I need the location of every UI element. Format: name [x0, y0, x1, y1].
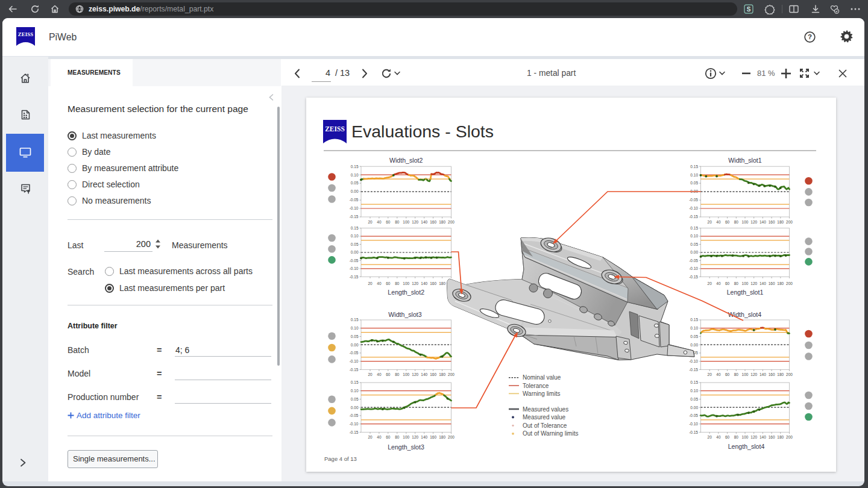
- svg-text:Length_slot4: Length_slot4: [728, 443, 765, 450]
- svg-text:40: 40: [377, 281, 382, 286]
- svg-text:160: 160: [430, 281, 436, 286]
- svg-text:-0.10: -0.10: [350, 359, 359, 363]
- svg-text:200: 200: [786, 372, 793, 377]
- svg-text:0.05: 0.05: [351, 334, 359, 339]
- svg-text:20: 20: [368, 372, 373, 377]
- svg-text:200: 200: [448, 372, 454, 377]
- svg-text:180: 180: [439, 435, 445, 439]
- svg-text:200: 200: [448, 220, 454, 224]
- svg-text:140: 140: [421, 372, 427, 377]
- svg-text:100: 100: [403, 435, 409, 439]
- svg-text:0.10: 0.10: [690, 326, 698, 330]
- svg-text:100: 100: [742, 220, 749, 224]
- svg-text:Tolerance: Tolerance: [523, 383, 549, 389]
- svg-text:200: 200: [786, 220, 793, 224]
- svg-text:80: 80: [395, 281, 400, 286]
- svg-text:S: S: [747, 6, 751, 13]
- svg-text:180: 180: [439, 281, 445, 286]
- svg-text:20: 20: [368, 220, 373, 224]
- svg-text:Measured values: Measured values: [523, 406, 568, 413]
- svg-text:Page 4 of 13: Page 4 of 13: [324, 455, 357, 462]
- svg-text:20: 20: [708, 281, 712, 286]
- svg-text:0.05: 0.05: [690, 242, 698, 246]
- svg-text:-0.15: -0.15: [689, 214, 698, 219]
- svg-text:60: 60: [386, 372, 391, 377]
- svg-text:0.00: 0.00: [351, 343, 359, 347]
- svg-text:0.15: 0.15: [690, 226, 698, 230]
- svg-text:100: 100: [742, 435, 749, 439]
- svg-text:Measured value: Measured value: [523, 414, 566, 421]
- svg-text:0.15: 0.15: [351, 164, 359, 169]
- svg-text:0.15: 0.15: [690, 318, 698, 322]
- svg-text:20: 20: [708, 372, 712, 377]
- svg-text:40: 40: [716, 372, 721, 377]
- svg-text:0.00: 0.00: [351, 189, 359, 193]
- svg-text:100: 100: [403, 372, 409, 377]
- svg-text:120: 120: [750, 435, 757, 439]
- svg-text:Nominal value: Nominal value: [523, 374, 561, 381]
- svg-text:160: 160: [769, 372, 775, 377]
- svg-text:-0.10: -0.10: [350, 266, 359, 271]
- svg-text:180: 180: [777, 220, 784, 224]
- svg-text:140: 140: [760, 281, 766, 286]
- svg-text:40: 40: [377, 372, 382, 377]
- svg-text:180: 180: [777, 281, 784, 286]
- svg-text:20: 20: [368, 281, 373, 286]
- svg-text:40: 40: [377, 220, 382, 224]
- svg-text:Length_slot2: Length_slot2: [388, 289, 424, 296]
- svg-text:80: 80: [395, 372, 400, 377]
- svg-text:40: 40: [377, 435, 382, 439]
- svg-text:0.15: 0.15: [690, 164, 698, 169]
- svg-text:0.00: 0.00: [351, 405, 359, 410]
- svg-text:80: 80: [734, 281, 739, 286]
- svg-text:0.05: 0.05: [690, 334, 698, 339]
- svg-text:Evaluations - Slots: Evaluations - Slots: [351, 122, 494, 141]
- svg-text:60: 60: [725, 435, 730, 439]
- svg-text:ZEISS: ZEISS: [18, 31, 34, 37]
- svg-text:20: 20: [708, 220, 712, 224]
- svg-text:180: 180: [777, 372, 784, 377]
- svg-text:80: 80: [734, 372, 739, 377]
- svg-text:0.05: 0.05: [351, 397, 359, 401]
- svg-text:-0.05: -0.05: [689, 198, 698, 202]
- svg-text:60: 60: [386, 435, 391, 439]
- svg-text:-0.10: -0.10: [350, 422, 359, 426]
- svg-text:120: 120: [750, 372, 757, 377]
- svg-text:140: 140: [760, 435, 766, 439]
- svg-text:0.15: 0.15: [351, 380, 359, 384]
- svg-text:80: 80: [734, 220, 739, 224]
- svg-text:60: 60: [386, 281, 391, 286]
- svg-text:-0.15: -0.15: [689, 275, 698, 279]
- svg-text:20: 20: [368, 435, 373, 439]
- svg-text:-0.15: -0.15: [689, 368, 698, 372]
- svg-text:200: 200: [786, 281, 793, 286]
- svg-text:200: 200: [448, 435, 454, 439]
- svg-text:ZEISS: ZEISS: [325, 125, 345, 133]
- svg-text:0.10: 0.10: [690, 389, 698, 393]
- svg-text:0.15: 0.15: [351, 226, 359, 230]
- svg-text:160: 160: [430, 435, 436, 439]
- svg-text:100: 100: [742, 281, 749, 286]
- svg-text:0.00: 0.00: [690, 250, 698, 254]
- svg-text:-0.10: -0.10: [689, 359, 698, 363]
- svg-text:Width_slot3: Width_slot3: [388, 311, 421, 318]
- svg-text:0.05: 0.05: [690, 181, 698, 185]
- svg-text:200: 200: [786, 435, 793, 439]
- svg-text:0.10: 0.10: [351, 234, 359, 238]
- svg-text:120: 120: [412, 435, 418, 439]
- svg-text:-0.05: -0.05: [689, 258, 698, 263]
- svg-text:0.10: 0.10: [690, 173, 698, 177]
- svg-text:Out of Warning limits: Out of Warning limits: [523, 430, 578, 437]
- svg-text:140: 140: [760, 372, 766, 377]
- svg-text:80: 80: [734, 435, 739, 439]
- svg-text:0.05: 0.05: [351, 181, 359, 185]
- svg-text:180: 180: [439, 372, 445, 377]
- svg-text:Width_slot4: Width_slot4: [728, 311, 761, 318]
- svg-text:60: 60: [386, 220, 391, 224]
- svg-text:20: 20: [708, 435, 712, 439]
- svg-text:40: 40: [716, 220, 721, 224]
- svg-text:-0.05: -0.05: [350, 258, 359, 263]
- svg-text:0.05: 0.05: [351, 242, 359, 246]
- svg-text:140: 140: [421, 281, 427, 286]
- svg-text:140: 140: [421, 220, 427, 224]
